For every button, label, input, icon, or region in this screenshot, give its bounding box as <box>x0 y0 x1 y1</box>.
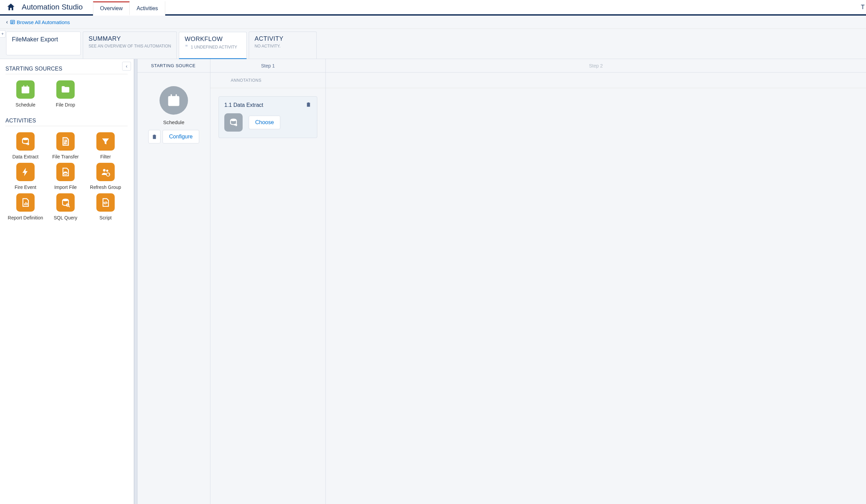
workflow-canvas: STARTING SOURCE Schedule Configure <box>137 59 866 504</box>
panel-tab-title: ACTIVITY <box>255 35 311 42</box>
sql-query-icon <box>56 193 75 212</box>
canvas-col-step-2: Step 2 <box>326 59 866 504</box>
calendar-icon <box>16 80 35 99</box>
svg-rect-16 <box>24 203 25 205</box>
svg-point-13 <box>103 169 106 172</box>
palette-item-label: Fire Event <box>14 184 36 190</box>
svg-rect-22 <box>168 96 179 106</box>
annotations-header[interactable]: ANNOTATIONS <box>210 72 325 88</box>
panel-tab-sub: NO ACTIVITY. <box>255 44 311 49</box>
step-header: Step 1 <box>210 59 325 72</box>
svg-rect-27 <box>173 101 175 103</box>
svg-point-11 <box>22 138 29 141</box>
step-body[interactable]: 1.1 Data Extract Choose <box>210 88 325 504</box>
canvas-col-source: STARTING SOURCE Schedule Configure <box>137 59 210 504</box>
palette-item-label: Report Definition <box>8 215 43 221</box>
choose-activity-button[interactable]: Choose <box>249 116 280 129</box>
trash-icon <box>306 101 311 108</box>
chevron-left-icon[interactable]: ‹ <box>6 19 8 25</box>
svg-rect-28 <box>176 101 178 103</box>
automation-name: FileMaker Export <box>12 36 75 43</box>
folder-download-icon <box>56 80 75 99</box>
tab-activities[interactable]: Activities <box>130 1 165 15</box>
svg-rect-24 <box>176 94 177 97</box>
palette-activity-file-transfer[interactable]: File Transfer <box>45 132 86 159</box>
configure-source-button[interactable]: Configure <box>163 130 199 144</box>
report-icon <box>16 193 35 212</box>
script-icon <box>96 193 115 212</box>
palette-item-label: SQL Query <box>54 215 77 221</box>
home-area <box>0 0 22 14</box>
lightning-icon <box>16 163 35 181</box>
palette-item-label: File Transfer <box>52 154 79 159</box>
delete-activity-button[interactable] <box>306 101 311 109</box>
trash-icon <box>151 134 157 140</box>
top-header: Automation Studio Overview Activities T <box>0 0 866 15</box>
svg-rect-23 <box>171 94 172 97</box>
panel-tab-summary[interactable]: SUMMARY SEE AN OVERVIEW OF THIS AUTOMATI… <box>83 32 177 59</box>
add-automation-tab[interactable]: + <box>0 30 5 38</box>
svg-rect-26 <box>170 101 172 103</box>
funnel-icon <box>96 132 115 150</box>
palette-activity-data-extract[interactable]: Data Extract <box>5 132 45 159</box>
panel-tab-activity[interactable]: ACTIVITY NO ACTIVITY. <box>249 32 317 59</box>
collapse-palette-button[interactable]: ‹ <box>122 62 131 70</box>
svg-rect-7 <box>27 86 28 88</box>
svg-point-12 <box>64 172 67 173</box>
activity-card: 1.1 Data Extract Choose <box>219 96 317 138</box>
file-transfer-icon <box>56 132 75 150</box>
group-refresh-icon <box>96 163 115 181</box>
file-import-icon <box>56 163 75 181</box>
source-button-row: Configure <box>148 130 199 144</box>
canvas-source-body[interactable]: Schedule Configure <box>137 72 210 504</box>
automation-title-card[interactable]: FileMaker Export <box>6 32 81 55</box>
svg-rect-9 <box>25 90 26 91</box>
palette-item-label: Script <box>99 215 112 221</box>
palette-source-filedrop[interactable]: File Drop <box>45 80 86 108</box>
card-head: 1.1 Data Extract <box>224 101 311 109</box>
palette-item-label: Data Extract <box>12 154 38 159</box>
palette-activities-heading: ACTIVITIES <box>5 118 127 126</box>
palette-activity-import-file[interactable]: Import File <box>45 163 86 190</box>
app-title: Automation Studio <box>22 0 93 14</box>
panel-tab-workflow[interactable]: WORKFLOW 1 UNDEFINED ACTIVITY <box>179 32 247 59</box>
palette-activity-report-definition[interactable]: Report Definition <box>5 193 45 221</box>
breadcrumb-browse-all[interactable]: Browse All Automations <box>16 19 70 25</box>
card-body: Choose <box>224 113 311 132</box>
palette-activity-filter[interactable]: Filter <box>86 132 125 159</box>
palette-source-schedule[interactable]: Schedule <box>5 80 45 108</box>
calendar-icon <box>159 86 188 115</box>
svg-rect-6 <box>23 86 24 88</box>
palette-item-label: Schedule <box>15 102 35 108</box>
palette-activity-script[interactable]: Script <box>86 193 125 221</box>
canvas-col-step-1: Step 1 ANNOTATIONS 1.1 Data Extract Cho <box>210 59 326 504</box>
palette-item-label: Filter <box>100 154 111 159</box>
svg-rect-18 <box>27 203 28 205</box>
breadcrumb-bar: ‹ Browse All Automations <box>0 15 866 29</box>
activity-card-title: 1.1 Data Extract <box>224 102 263 108</box>
palette-activity-sql-query[interactable]: SQL Query <box>45 193 86 221</box>
palette-item-label: File Drop <box>56 102 75 108</box>
step-body-empty[interactable] <box>326 88 866 504</box>
data-extract-icon <box>16 132 35 150</box>
home-icon[interactable] <box>6 2 15 12</box>
palette-item-label: Refresh Group <box>90 184 121 190</box>
palette-sources-grid: Schedule File Drop <box>5 80 128 108</box>
detail-header: + FileMaker Export SUMMARY SEE AN OVERVI… <box>0 29 866 59</box>
flag-icon <box>185 44 189 51</box>
svg-point-14 <box>106 170 108 172</box>
panel-tab-sub-text: 1 UNDEFINED ACTIVITY <box>191 45 237 50</box>
step-header: Step 2 <box>326 59 866 72</box>
svg-rect-5 <box>22 87 30 89</box>
resize-gutter[interactable] <box>134 59 137 504</box>
tab-overview[interactable]: Overview <box>93 1 130 15</box>
svg-rect-17 <box>25 202 26 205</box>
header-tabs: Overview Activities <box>93 0 165 14</box>
delete-source-button[interactable] <box>148 130 160 144</box>
panel-tab-title: WORKFLOW <box>185 36 241 43</box>
palette-activity-refresh-group[interactable]: Refresh Group <box>86 163 125 190</box>
svg-rect-25 <box>168 99 179 99</box>
palette-activity-fire-event[interactable]: Fire Event <box>5 163 45 190</box>
palette-sources-heading: STARTING SOURCES <box>5 66 127 74</box>
list-icon <box>10 19 16 25</box>
